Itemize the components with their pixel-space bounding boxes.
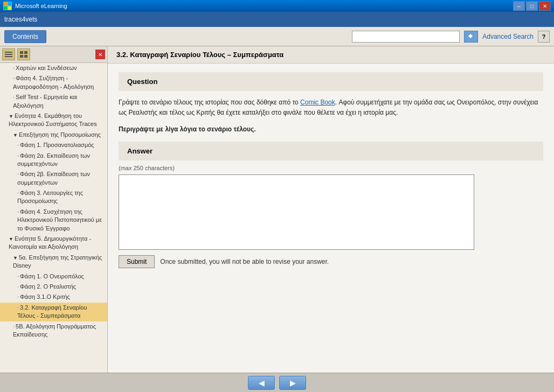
- svg-rect-8: [20, 51, 23, 54]
- search-input[interactable]: [352, 31, 460, 43]
- app-name: traces4vets: [4, 16, 37, 23]
- question-label: Question: [127, 78, 157, 86]
- forward-button[interactable]: ▶: [279, 376, 306, 390]
- question-text: Γράψτε το σενάριο τέλους της ιστορίας πο…: [119, 97, 543, 118]
- list-view-button[interactable]: [2, 48, 15, 60]
- list-item[interactable]: ·Φάση 1. Προσανατολιασμός: [0, 140, 107, 150]
- submit-button[interactable]: Submit: [119, 255, 155, 268]
- content-header: 3.2. Καταγραφή Σεναρίου Τέλους – Συμπερά…: [108, 46, 554, 64]
- list-item[interactable]: ·Φάση 1. Ο Ονειροπόλος: [0, 271, 107, 282]
- list-item[interactable]: ▼Επεξήγηση της Προσομοίωσης: [0, 130, 107, 140]
- title-bar: Microsoft eLearning – □ ✕: [0, 0, 554, 12]
- grid-view-button[interactable]: [17, 48, 30, 60]
- list-item[interactable]: ·Φάση 2α. Εκπαίδευση των συμμετεχόντων: [0, 151, 107, 170]
- bottom-bar: ◀ ▶: [0, 373, 554, 392]
- advanced-search-link[interactable]: Advanced Search: [482, 33, 534, 40]
- answer-box: Answer: [119, 142, 543, 160]
- list-item[interactable]: ▼Ενότητα 4. Εκμάθηση του Ηλεκτρονικού Συ…: [0, 111, 107, 130]
- answer-textarea[interactable]: [119, 174, 474, 250]
- list-item[interactable]: ·Self Test - Ερμηνεία και Αξιολόγηση: [0, 92, 107, 111]
- close-button[interactable]: ✕: [539, 1, 551, 11]
- maximize-button[interactable]: □: [526, 1, 538, 11]
- list-item[interactable]: ▼Ενότητα 5. Δημιουργικότητα - Καινοτομία…: [0, 234, 107, 253]
- submit-note: Once submitted, you will not be able to …: [160, 258, 329, 265]
- toolbar: Contents Advanced Search ?: [0, 27, 554, 46]
- list-item[interactable]: ·Φάση 2. Ο Ρεαλιστής: [0, 282, 107, 292]
- answer-label: Answer: [127, 147, 153, 155]
- back-button[interactable]: ◀: [248, 376, 275, 390]
- main-layout: ✕ ·Χαρτών και Συνδέσεων ·Φάση 4. Συζήτησ…: [0, 46, 554, 373]
- list-item[interactable]: ·Φάση 4. Συσχέτηση της Ηλεκτρονικού Πιστ…: [0, 207, 107, 234]
- sidebar-close-button[interactable]: ✕: [95, 50, 105, 59]
- sidebar-header: ✕: [0, 46, 107, 63]
- question-box: Question: [119, 72, 543, 91]
- svg-rect-2: [4, 6, 7, 10]
- contents-button[interactable]: Contents: [4, 30, 46, 43]
- max-chars-text: (max 250 characters): [119, 165, 543, 171]
- svg-rect-11: [24, 55, 27, 58]
- app-icon: [3, 2, 12, 10]
- content-body: Question Γράψτε το σενάριο τέλους της ισ…: [108, 64, 554, 277]
- list-item[interactable]: ·Χαρτών και Συνδέσεων: [0, 63, 107, 73]
- list-item[interactable]: ·Φάση 4. Συζήτηση - Ανατροφοδότηση - Αξι…: [0, 73, 107, 92]
- minimize-button[interactable]: –: [513, 1, 525, 11]
- list-item[interactable]: ·Φάση 2β. Εκπαίδευση των συμμετεχόντων: [0, 169, 107, 188]
- svg-rect-3: [8, 6, 11, 10]
- svg-marker-4: [468, 34, 473, 38]
- svg-rect-7: [5, 56, 12, 57]
- app-bar: traces4vets: [0, 12, 554, 27]
- search-button[interactable]: [464, 31, 478, 43]
- text-part1: Γράψτε το σενάριο τέλους της ιστορίας πο…: [119, 99, 300, 106]
- svg-rect-9: [24, 51, 27, 54]
- window-controls: – □ ✕: [513, 1, 551, 11]
- list-item[interactable]: ·Φάση 3. Λειτουργίες της Προσομοίωσης: [0, 188, 107, 207]
- svg-rect-6: [5, 54, 12, 55]
- svg-rect-10: [20, 55, 23, 58]
- list-item-selected[interactable]: ·3.2. Καταγραφή Σεναρίου Τέλους - Συμπερ…: [0, 303, 107, 321]
- svg-rect-5: [5, 52, 12, 53]
- bold-instruction: Περιγράψτε με λίγα λόγια το σενάριο τέλο…: [119, 124, 543, 135]
- svg-rect-1: [8, 2, 11, 5]
- submit-row: Submit Once submitted, you will not be a…: [119, 255, 543, 268]
- comic-book-link[interactable]: Comic Book: [300, 99, 335, 106]
- list-item[interactable]: ·Φάση 3.1.Ο Κριτής: [0, 292, 107, 302]
- help-button[interactable]: ?: [538, 31, 550, 43]
- page-title: 3.2. Καταγραφή Σεναρίου Τέλους – Συμπερά…: [116, 51, 283, 59]
- list-item[interactable]: ▼5α. Επεξήγηση της Στρατηγικής Disney: [0, 253, 107, 271]
- svg-rect-0: [4, 2, 7, 5]
- window-title: Microsoft eLearning: [15, 3, 513, 9]
- content-area: 3.2. Καταγραφή Σεναρίου Τέλους – Συμπερά…: [108, 46, 554, 373]
- sidebar: ✕ ·Χαρτών και Συνδέσεων ·Φάση 4. Συζήτησ…: [0, 46, 108, 373]
- list-item[interactable]: ·5Β. Αξολόγηση Προγράμματος Εκπαίδευσης: [0, 321, 107, 340]
- sidebar-content: ·Χαρτών και Συνδέσεων ·Φάση 4. Συζήτηση …: [0, 63, 107, 373]
